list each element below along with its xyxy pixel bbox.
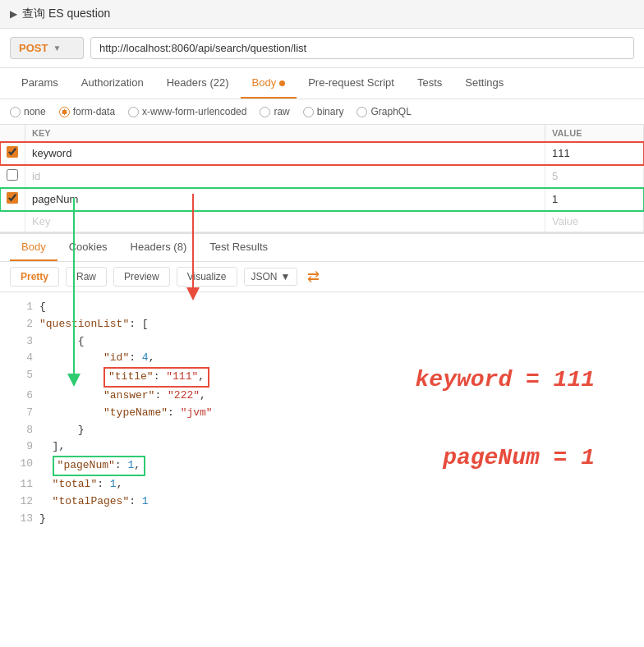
url-bar: POST ▼ [0, 29, 644, 68]
json-line-7: 7 "typeName": "jvm" [13, 405, 631, 422]
collapse-arrow[interactable]: ▶ [10, 8, 17, 20]
json-line-1: 1 { [13, 299, 631, 316]
tab-params[interactable]: Params [10, 68, 70, 99]
tab-authorization[interactable]: Authorization [70, 68, 155, 99]
radio-label-none: none [24, 106, 46, 117]
json-line-12: 12 "totalPages": 1 [13, 493, 631, 511]
table-row: keyword 111 [0, 142, 644, 165]
row2-value[interactable]: 5 [545, 165, 644, 188]
col-checkbox [0, 125, 25, 142]
annotation-pagenum: pageNum = 1 [443, 440, 595, 477]
radio-circle-graphql [356, 107, 367, 117]
radio-circle-none [10, 107, 21, 117]
json-label: JSON [251, 271, 278, 282]
col-key: KEY [25, 125, 545, 142]
url-input[interactable] [90, 37, 634, 59]
json-display: 1 { 2 "questionList": [ 3 { 4 "id": 4, 5… [0, 292, 644, 534]
radio-circle-binary [303, 107, 314, 117]
radio-none[interactable]: none [10, 106, 46, 117]
radio-label-binary: binary [317, 106, 344, 117]
table-row: id 5 [0, 165, 644, 188]
response-tabs: Body Cookies Headers (8) Test Results [0, 232, 644, 262]
resp-tab-cookies[interactable]: Cookies [58, 234, 119, 261]
resp-tab-test-results[interactable]: Test Results [198, 234, 279, 261]
row4-key[interactable]: Key [25, 211, 545, 232]
resp-tab-body[interactable]: Body [10, 234, 58, 261]
row2-checkbox[interactable] [7, 169, 18, 181]
table-row: Key Value [0, 211, 644, 232]
row3-key[interactable]: pageNum [25, 188, 545, 211]
annotation-keyword: keyword = 111 [416, 362, 595, 399]
tab-tests[interactable]: Tests [406, 68, 453, 99]
json-line-11: 11 "total": 1, [13, 476, 631, 493]
col-value: VALUE [545, 125, 644, 142]
chevron-down-icon: ▼ [281, 271, 291, 282]
json-format-select[interactable]: JSON ▼ [244, 268, 298, 286]
tab-body[interactable]: Body [241, 68, 297, 99]
chevron-down-icon: ▼ [53, 44, 61, 53]
radio-urlencoded[interactable]: x-www-form-urlencoded [128, 106, 246, 117]
radio-circle-raw [260, 107, 270, 117]
row3-checkbox[interactable] [7, 192, 18, 204]
radio-raw[interactable]: raw [260, 106, 289, 117]
radio-label-urlencoded: x-www-form-urlencoded [142, 106, 246, 117]
row3-cb-cell[interactable] [0, 188, 25, 211]
page-title: 查询 ES question [22, 7, 110, 21]
row1-cb-cell[interactable] [0, 142, 25, 165]
top-bar: ▶ 查询 ES question [0, 0, 644, 29]
json-line-13: 13 } [13, 511, 631, 528]
form-table: KEY VALUE keyword 111 id 5 pageNum 1 Key… [0, 125, 644, 232]
method-select[interactable]: POST ▼ [10, 37, 84, 59]
row2-cb-cell[interactable] [0, 165, 25, 188]
row1-checkbox[interactable] [7, 146, 18, 158]
tabs-row: Params Authorization Headers (22) Body P… [0, 68, 644, 99]
radio-circle-urlencoded [128, 107, 139, 117]
fmt-raw[interactable]: Raw [66, 267, 107, 287]
radio-label-form-data: form-data [73, 106, 115, 117]
body-type-row: none form-data x-www-form-urlencoded raw… [0, 99, 644, 125]
fmt-preview[interactable]: Preview [113, 267, 170, 287]
table-row: pageNum 1 [0, 188, 644, 211]
row1-value[interactable]: 111 [545, 142, 644, 165]
json-line-3: 3 { [13, 333, 631, 351]
fmt-visualize[interactable]: Visualize [177, 267, 237, 287]
radio-label-raw: raw [274, 106, 289, 117]
resp-tab-headers[interactable]: Headers (8) [119, 234, 199, 261]
radio-graphql[interactable]: GraphQL [356, 106, 411, 117]
radio-form-data[interactable]: form-data [59, 106, 115, 117]
tab-pre-request[interactable]: Pre-request Script [297, 68, 406, 99]
row3-value[interactable]: 1 [545, 188, 644, 211]
radio-label-graphql: GraphQL [370, 106, 411, 117]
row4-value[interactable]: Value [545, 211, 644, 232]
wrap-icon[interactable]: ⇄ [307, 268, 320, 286]
fmt-pretty[interactable]: Pretty [10, 267, 59, 287]
row2-key[interactable]: id [25, 165, 545, 188]
radio-binary[interactable]: binary [303, 106, 344, 117]
json-line-8: 8 } [13, 422, 631, 439]
tab-settings[interactable]: Settings [453, 68, 515, 99]
row1-key[interactable]: keyword [25, 142, 545, 165]
radio-circle-form-data [59, 107, 70, 117]
row4-cb-cell[interactable] [0, 211, 25, 232]
method-label: POST [19, 42, 48, 54]
response-format-row: Pretty Raw Preview Visualize JSON ▼ ⇄ [0, 262, 644, 292]
json-line-2: 2 "questionList": [ [13, 316, 631, 333]
tab-headers[interactable]: Headers (22) [155, 68, 241, 99]
